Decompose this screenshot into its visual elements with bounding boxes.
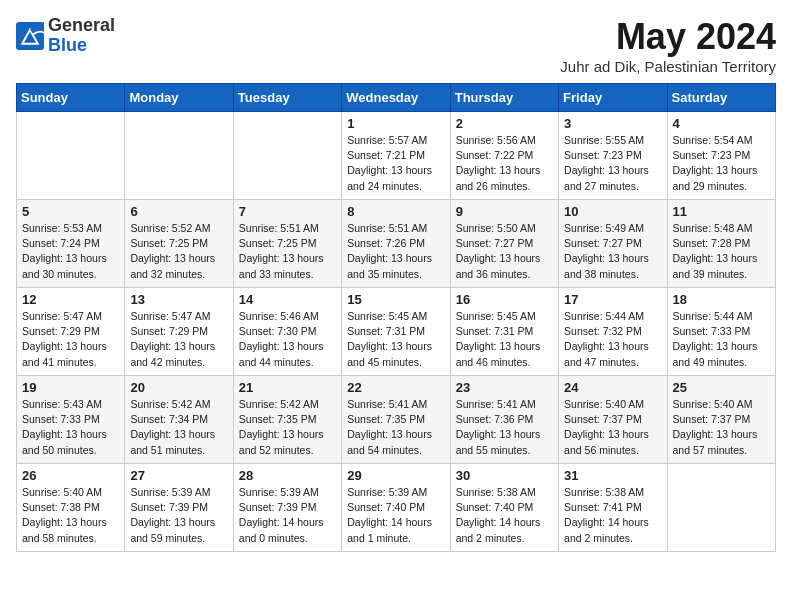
day-info: Sunrise: 5:56 AM Sunset: 7:22 PM Dayligh… — [456, 133, 553, 194]
calendar-cell: 21Sunrise: 5:42 AM Sunset: 7:35 PM Dayli… — [233, 376, 341, 464]
logo-icon — [16, 22, 44, 50]
calendar-cell: 1Sunrise: 5:57 AM Sunset: 7:21 PM Daylig… — [342, 112, 450, 200]
day-number: 8 — [347, 204, 444, 219]
calendar-cell: 8Sunrise: 5:51 AM Sunset: 7:26 PM Daylig… — [342, 200, 450, 288]
logo: General Blue — [16, 16, 115, 56]
day-info: Sunrise: 5:44 AM Sunset: 7:33 PM Dayligh… — [673, 309, 770, 370]
weekday-header-cell: Sunday — [17, 84, 125, 112]
calendar-cell: 23Sunrise: 5:41 AM Sunset: 7:36 PM Dayli… — [450, 376, 558, 464]
day-info: Sunrise: 5:39 AM Sunset: 7:39 PM Dayligh… — [130, 485, 227, 546]
month-year-title: May 2024 — [560, 16, 776, 58]
day-number: 3 — [564, 116, 661, 131]
weekday-header-cell: Wednesday — [342, 84, 450, 112]
day-number: 30 — [456, 468, 553, 483]
calendar-cell: 22Sunrise: 5:41 AM Sunset: 7:35 PM Dayli… — [342, 376, 450, 464]
calendar-week-row: 26Sunrise: 5:40 AM Sunset: 7:38 PM Dayli… — [17, 464, 776, 552]
day-number: 20 — [130, 380, 227, 395]
day-number: 13 — [130, 292, 227, 307]
calendar-cell: 27Sunrise: 5:39 AM Sunset: 7:39 PM Dayli… — [125, 464, 233, 552]
calendar-cell — [17, 112, 125, 200]
day-info: Sunrise: 5:44 AM Sunset: 7:32 PM Dayligh… — [564, 309, 661, 370]
day-number: 22 — [347, 380, 444, 395]
day-info: Sunrise: 5:40 AM Sunset: 7:37 PM Dayligh… — [673, 397, 770, 458]
day-info: Sunrise: 5:49 AM Sunset: 7:27 PM Dayligh… — [564, 221, 661, 282]
calendar-cell: 2Sunrise: 5:56 AM Sunset: 7:22 PM Daylig… — [450, 112, 558, 200]
day-number: 26 — [22, 468, 119, 483]
day-number: 27 — [130, 468, 227, 483]
day-number: 25 — [673, 380, 770, 395]
calendar-cell — [233, 112, 341, 200]
calendar-cell — [125, 112, 233, 200]
calendar-cell: 17Sunrise: 5:44 AM Sunset: 7:32 PM Dayli… — [559, 288, 667, 376]
weekday-header-cell: Tuesday — [233, 84, 341, 112]
title-block: May 2024 Juhr ad Dik, Palestinian Territ… — [560, 16, 776, 75]
day-info: Sunrise: 5:41 AM Sunset: 7:35 PM Dayligh… — [347, 397, 444, 458]
calendar-cell: 18Sunrise: 5:44 AM Sunset: 7:33 PM Dayli… — [667, 288, 775, 376]
day-number: 23 — [456, 380, 553, 395]
calendar-cell: 20Sunrise: 5:42 AM Sunset: 7:34 PM Dayli… — [125, 376, 233, 464]
calendar-cell: 5Sunrise: 5:53 AM Sunset: 7:24 PM Daylig… — [17, 200, 125, 288]
calendar-cell: 14Sunrise: 5:46 AM Sunset: 7:30 PM Dayli… — [233, 288, 341, 376]
day-number: 9 — [456, 204, 553, 219]
calendar-cell: 4Sunrise: 5:54 AM Sunset: 7:23 PM Daylig… — [667, 112, 775, 200]
day-number: 12 — [22, 292, 119, 307]
day-info: Sunrise: 5:40 AM Sunset: 7:37 PM Dayligh… — [564, 397, 661, 458]
day-number: 16 — [456, 292, 553, 307]
calendar-cell: 13Sunrise: 5:47 AM Sunset: 7:29 PM Dayli… — [125, 288, 233, 376]
weekday-header-cell: Monday — [125, 84, 233, 112]
calendar-cell: 15Sunrise: 5:45 AM Sunset: 7:31 PM Dayli… — [342, 288, 450, 376]
calendar-cell: 25Sunrise: 5:40 AM Sunset: 7:37 PM Dayli… — [667, 376, 775, 464]
day-info: Sunrise: 5:53 AM Sunset: 7:24 PM Dayligh… — [22, 221, 119, 282]
calendar-table: SundayMondayTuesdayWednesdayThursdayFrid… — [16, 83, 776, 552]
day-info: Sunrise: 5:47 AM Sunset: 7:29 PM Dayligh… — [22, 309, 119, 370]
day-info: Sunrise: 5:50 AM Sunset: 7:27 PM Dayligh… — [456, 221, 553, 282]
day-number: 6 — [130, 204, 227, 219]
day-info: Sunrise: 5:43 AM Sunset: 7:33 PM Dayligh… — [22, 397, 119, 458]
day-info: Sunrise: 5:41 AM Sunset: 7:36 PM Dayligh… — [456, 397, 553, 458]
weekday-header-row: SundayMondayTuesdayWednesdayThursdayFrid… — [17, 84, 776, 112]
day-info: Sunrise: 5:42 AM Sunset: 7:34 PM Dayligh… — [130, 397, 227, 458]
day-number: 28 — [239, 468, 336, 483]
calendar-cell: 28Sunrise: 5:39 AM Sunset: 7:39 PM Dayli… — [233, 464, 341, 552]
calendar-cell: 12Sunrise: 5:47 AM Sunset: 7:29 PM Dayli… — [17, 288, 125, 376]
day-info: Sunrise: 5:40 AM Sunset: 7:38 PM Dayligh… — [22, 485, 119, 546]
day-number: 14 — [239, 292, 336, 307]
day-number: 29 — [347, 468, 444, 483]
day-info: Sunrise: 5:47 AM Sunset: 7:29 PM Dayligh… — [130, 309, 227, 370]
day-number: 24 — [564, 380, 661, 395]
calendar-cell: 11Sunrise: 5:48 AM Sunset: 7:28 PM Dayli… — [667, 200, 775, 288]
day-info: Sunrise: 5:57 AM Sunset: 7:21 PM Dayligh… — [347, 133, 444, 194]
calendar-week-row: 12Sunrise: 5:47 AM Sunset: 7:29 PM Dayli… — [17, 288, 776, 376]
calendar-cell: 29Sunrise: 5:39 AM Sunset: 7:40 PM Dayli… — [342, 464, 450, 552]
day-info: Sunrise: 5:45 AM Sunset: 7:31 PM Dayligh… — [456, 309, 553, 370]
day-number: 2 — [456, 116, 553, 131]
day-info: Sunrise: 5:51 AM Sunset: 7:25 PM Dayligh… — [239, 221, 336, 282]
day-number: 10 — [564, 204, 661, 219]
day-info: Sunrise: 5:39 AM Sunset: 7:39 PM Dayligh… — [239, 485, 336, 546]
calendar-cell: 6Sunrise: 5:52 AM Sunset: 7:25 PM Daylig… — [125, 200, 233, 288]
calendar-cell: 10Sunrise: 5:49 AM Sunset: 7:27 PM Dayli… — [559, 200, 667, 288]
day-number: 11 — [673, 204, 770, 219]
day-info: Sunrise: 5:54 AM Sunset: 7:23 PM Dayligh… — [673, 133, 770, 194]
day-info: Sunrise: 5:51 AM Sunset: 7:26 PM Dayligh… — [347, 221, 444, 282]
calendar-cell — [667, 464, 775, 552]
day-number: 7 — [239, 204, 336, 219]
calendar-cell: 9Sunrise: 5:50 AM Sunset: 7:27 PM Daylig… — [450, 200, 558, 288]
calendar-cell: 19Sunrise: 5:43 AM Sunset: 7:33 PM Dayli… — [17, 376, 125, 464]
location-subtitle: Juhr ad Dik, Palestinian Territory — [560, 58, 776, 75]
calendar-week-row: 5Sunrise: 5:53 AM Sunset: 7:24 PM Daylig… — [17, 200, 776, 288]
calendar-cell: 24Sunrise: 5:40 AM Sunset: 7:37 PM Dayli… — [559, 376, 667, 464]
day-number: 31 — [564, 468, 661, 483]
calendar-week-row: 19Sunrise: 5:43 AM Sunset: 7:33 PM Dayli… — [17, 376, 776, 464]
day-number: 19 — [22, 380, 119, 395]
page-header: General Blue May 2024 Juhr ad Dik, Pales… — [16, 16, 776, 75]
day-info: Sunrise: 5:38 AM Sunset: 7:40 PM Dayligh… — [456, 485, 553, 546]
calendar-cell: 16Sunrise: 5:45 AM Sunset: 7:31 PM Dayli… — [450, 288, 558, 376]
day-info: Sunrise: 5:55 AM Sunset: 7:23 PM Dayligh… — [564, 133, 661, 194]
day-number: 1 — [347, 116, 444, 131]
day-info: Sunrise: 5:46 AM Sunset: 7:30 PM Dayligh… — [239, 309, 336, 370]
calendar-cell: 30Sunrise: 5:38 AM Sunset: 7:40 PM Dayli… — [450, 464, 558, 552]
calendar-cell: 26Sunrise: 5:40 AM Sunset: 7:38 PM Dayli… — [17, 464, 125, 552]
calendar-cell: 3Sunrise: 5:55 AM Sunset: 7:23 PM Daylig… — [559, 112, 667, 200]
day-info: Sunrise: 5:39 AM Sunset: 7:40 PM Dayligh… — [347, 485, 444, 546]
